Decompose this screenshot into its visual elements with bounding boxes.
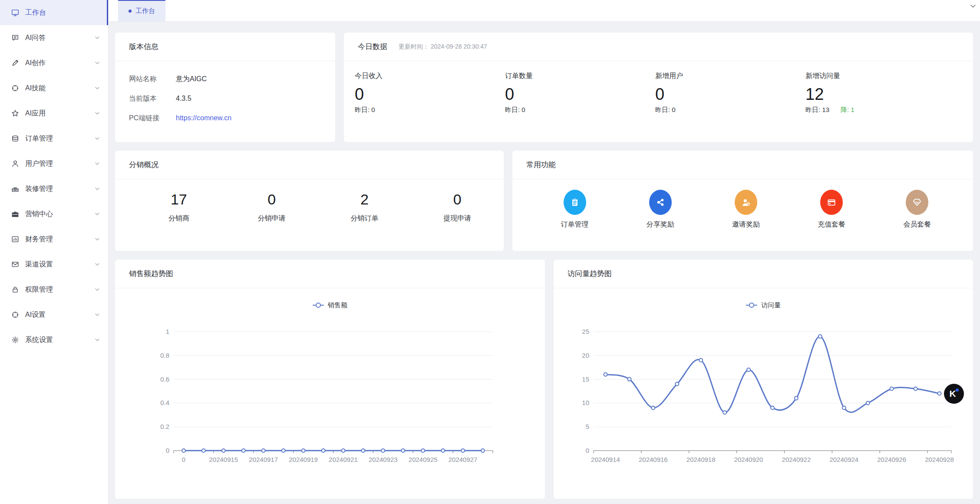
sidebar-item-system-settings[interactable]: 系统设置 (0, 327, 108, 352)
function-label: 订单管理 (561, 220, 589, 229)
chevron-down-icon (94, 135, 100, 142)
star-icon (11, 109, 19, 117)
field-value: 意为AIGC (176, 75, 207, 84)
function-label: 邀请奖励 (732, 220, 760, 229)
svg-text:20240927: 20240927 (449, 456, 478, 463)
legend-label: 销售额 (328, 301, 347, 310)
legend-label: 访问量 (761, 301, 781, 310)
sidebar-item-ai-qa[interactable]: AI问答 (0, 25, 108, 50)
chevron-down-icon (94, 35, 100, 41)
sidebar-item-label: 权限管理 (25, 285, 94, 294)
sidebar-item-users[interactable]: 用户管理 (0, 151, 108, 176)
sidebar-item-channels[interactable]: 渠道设置 (0, 252, 108, 277)
stat-value: 0 (411, 191, 504, 208)
tab-workbench[interactable]: 工作台 (118, 0, 165, 21)
stat-label: 分销申请 (225, 214, 318, 223)
distribution-overview-card: 分销概况 17分销商0分销申请2分销订单0提现申请 (115, 151, 504, 251)
svg-text:20240928: 20240928 (925, 456, 954, 463)
svg-text:0.6: 0.6 (160, 376, 169, 383)
function-label: 会员套餐 (903, 220, 931, 229)
tab-active-dot-icon (129, 10, 132, 13)
svg-text:0.2: 0.2 (160, 423, 169, 430)
chevron-down-icon (94, 287, 100, 293)
sidebar-item-label: 渠道设置 (25, 260, 94, 269)
stat-value: 17 (132, 191, 225, 208)
sales-trend-chart-card: 销售额趋势图 销售额 00.20.40.60.81020240915202409… (115, 260, 545, 499)
function-item-invite-reward[interactable]: 邀请奖励 (703, 190, 789, 229)
floating-brand-badge[interactable]: K (944, 384, 964, 404)
function-item-recharge-plans[interactable]: 充值套餐 (789, 190, 874, 229)
chat-icon (11, 34, 19, 42)
chevron-down-icon (94, 312, 100, 318)
stat-delta: 降: 1 (841, 106, 855, 113)
sidebar-item-workbench[interactable]: 工作台 (0, 0, 108, 25)
version-fields: 网站名称意为AIGC当前版本4.3.5PC端链接https://comnew.c… (115, 61, 335, 125)
today-stat: 今日收入0昨日: 0 (355, 72, 505, 114)
today-stat: 订单数量0昨日: 0 (505, 72, 655, 114)
tabbar-dropdown-chevron-icon[interactable] (970, 3, 977, 10)
sidebar-item-ai-create[interactable]: AI创作 (0, 50, 108, 76)
sidebar-item-label: 系统设置 (25, 336, 94, 345)
today-stat: 新增访问量12昨日: 13降: 1 (805, 72, 956, 114)
svg-text:20240915: 20240915 (209, 456, 238, 463)
sidebar-item-ai-apps[interactable]: AI应用 (0, 101, 108, 126)
mail-icon (11, 260, 19, 268)
sales-chart-title: 销售额趋势图 (129, 269, 173, 279)
sidebar-item-ai-skills[interactable]: AI技能 (0, 76, 108, 101)
svg-text:0: 0 (166, 447, 169, 454)
stat-value: 0 (505, 84, 655, 104)
svg-text:20240922: 20240922 (782, 456, 811, 463)
brand-dot-icon (956, 389, 959, 392)
sidebar-item-decoration[interactable]: 装修管理 (0, 176, 108, 201)
pc-site-link[interactable]: https://comnew.cn (176, 114, 231, 122)
svg-text:20240916: 20240916 (639, 456, 668, 463)
sidebar: 工作台AI问答AI创作AI技能AI应用订单管理用户管理装修管理营销中心财务管理渠… (0, 0, 109, 504)
field-label: 当前版本 (129, 94, 176, 103)
sidebar-item-label: AI问答 (25, 33, 94, 43)
svg-text:20240921: 20240921 (329, 456, 358, 463)
person-plus-icon (735, 190, 757, 215)
stat-label: 今日收入 (355, 72, 505, 81)
aim-icon (11, 311, 19, 319)
function-item-share-reward[interactable]: 分享奖励 (617, 190, 703, 229)
sidebar-item-label: 营销中心 (25, 210, 94, 219)
stat-value: 0 (655, 84, 805, 104)
visits-chart-legend[interactable]: 访问量 (554, 288, 973, 322)
version-field-row: 网站名称意为AIGC (129, 72, 321, 86)
monitor-icon (11, 9, 19, 16)
svg-text:20240924: 20240924 (829, 456, 858, 463)
chevron-down-icon (94, 186, 100, 192)
toolbox-icon (11, 185, 19, 193)
version-field-row: 当前版本4.3.5 (129, 92, 321, 105)
svg-text:20240925: 20240925 (409, 456, 438, 463)
chevron-down-icon (94, 110, 100, 116)
database-icon (11, 135, 19, 142)
function-item-orders[interactable]: 订单管理 (532, 190, 617, 229)
sidebar-item-marketing[interactable]: 营销中心 (0, 201, 108, 227)
svg-text:20: 20 (582, 352, 589, 359)
sidebar-item-permissions[interactable]: 权限管理 (0, 277, 108, 302)
svg-text:0: 0 (586, 447, 589, 454)
field-label: 网站名称 (129, 75, 176, 84)
sidebar-item-ai-settings[interactable]: AI设置 (0, 302, 108, 327)
distribution-stat: 2分销订单 (318, 191, 411, 223)
svg-text:20240918: 20240918 (686, 456, 716, 463)
svg-text:5: 5 (586, 423, 589, 430)
stat-value: 0 (355, 84, 505, 104)
field-label: PC端链接 (129, 114, 176, 123)
stat-value: 2 (318, 191, 411, 208)
visits-chart-title: 访问量趋势图 (568, 269, 612, 279)
sidebar-item-finance[interactable]: 财务管理 (0, 227, 108, 252)
function-item-member-plans[interactable]: 会员套餐 (874, 190, 960, 229)
svg-text:20240919: 20240919 (289, 456, 318, 463)
svg-text:20240914: 20240914 (591, 456, 620, 463)
credit-card-icon (820, 190, 843, 215)
visits-trend-chart-card: 访问量趋势图 访问量 05101520252024091420240916202… (554, 260, 973, 499)
legend-line-marker-icon (313, 303, 324, 308)
sales-chart-legend[interactable]: 销售额 (115, 288, 545, 322)
brand-letter: K (949, 389, 956, 399)
sidebar-item-orders[interactable]: 订单管理 (0, 126, 108, 151)
stat-label: 分销订单 (318, 214, 411, 223)
svg-text:10: 10 (582, 399, 589, 406)
version-info-card: 版本信息 网站名称意为AIGC当前版本4.3.5PC端链接https://com… (115, 33, 335, 142)
